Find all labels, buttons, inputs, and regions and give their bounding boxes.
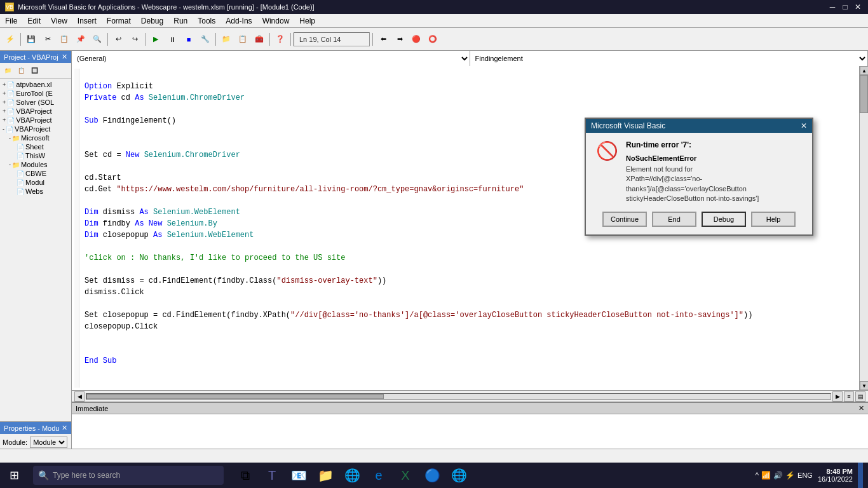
outlook-icon: 📧: [291, 468, 307, 483]
menu-tools[interactable]: Tools: [193, 15, 220, 27]
menu-edit[interactable]: Edit: [22, 15, 46, 27]
tree-item-microsoft[interactable]: - 📁 Microsoft: [1, 133, 70, 142]
menu-file[interactable]: File: [0, 15, 22, 27]
taskbar-teams[interactable]: T: [261, 464, 283, 487]
toolbar-project[interactable]: 📁: [219, 32, 234, 47]
taskbar-outlook[interactable]: 📧: [287, 464, 310, 487]
scroll-left-button[interactable]: ◀: [74, 391, 85, 402]
right-scrollbar[interactable]: ▲ ▼: [859, 66, 868, 390]
menu-run[interactable]: Run: [168, 15, 193, 27]
menu-bar: File Edit View Insert Format Debug Run T…: [0, 14, 868, 28]
tree-item-sheet[interactable]: 📄 Sheet: [1, 142, 70, 151]
immediate-close-button[interactable]: ✕: [858, 404, 864, 412]
dialog-help-button[interactable]: Help: [751, 212, 796, 227]
maximize-button[interactable]: □: [840, 3, 850, 11]
dialog-continue-button[interactable]: Continue: [602, 212, 647, 227]
module-select[interactable]: Module: [30, 437, 67, 448]
toolbar-undo[interactable]: ↩: [111, 32, 126, 47]
tree-item-atpvbaen[interactable]: + 📄 atpvbaen.xl: [1, 80, 70, 89]
taskbar-chrome[interactable]: 🌐: [341, 464, 363, 487]
dialog-text-area: Run-time error '7': NoSuchElementError E…: [626, 140, 802, 204]
tray-language[interactable]: ENG: [797, 471, 813, 479]
taskbar-files[interactable]: 📁: [314, 464, 337, 487]
dialog-debug-button[interactable]: Debug: [702, 212, 746, 227]
scroll-thumb-vertical[interactable]: [860, 75, 868, 113]
toolbar-copy[interactable]: 📋: [57, 32, 72, 47]
toolbar-design[interactable]: 🔧: [198, 32, 213, 47]
tree-item-vbaproject3[interactable]: - 📄 VBAProject: [1, 125, 70, 133]
tree-item-thiswb[interactable]: 📄 ThisW: [1, 151, 70, 160]
error-desc: Element not found for XPath=//div[@class…: [626, 165, 802, 204]
code-line-endsub: End Sub: [85, 356, 851, 367]
toolbar-help-btn[interactable]: ❓: [273, 32, 288, 47]
taskbar-search-box[interactable]: 🔍 Type here to search: [33, 466, 224, 485]
scroll-right-button[interactable]: ▶: [832, 391, 843, 402]
tree-item-vbaproject1[interactable]: + 📄 VBAProject: [1, 107, 70, 116]
scroll-track-vertical[interactable]: [860, 75, 868, 381]
code-dropdown-left[interactable]: (General): [72, 51, 470, 66]
windows-icon: ⊞: [10, 468, 19, 482]
toolbar-breakpoint[interactable]: 🔴: [409, 32, 424, 47]
show-desktop-button[interactable]: [858, 463, 863, 488]
toolbar-stop[interactable]: ■: [181, 32, 196, 47]
start-button[interactable]: ⊞: [0, 463, 28, 488]
taskbar-clock[interactable]: 8:48 PM 16/10/2022: [818, 468, 853, 483]
tree-item-modules[interactable]: - 📁 Modules: [1, 160, 70, 169]
taskbar-app-unknown[interactable]: 🔵: [421, 464, 444, 487]
menu-addins[interactable]: Add-Ins: [220, 15, 257, 27]
menu-view[interactable]: View: [46, 15, 72, 27]
proj-icon-3[interactable]: 🔲: [28, 64, 41, 77]
menu-help[interactable]: Help: [294, 15, 320, 27]
title-bar-controls[interactable]: ─ □ ✕: [827, 3, 863, 11]
tree-item-cbwe[interactable]: 📄 CBWE: [1, 169, 70, 178]
tree-item-module[interactable]: 📄 Modul: [1, 178, 70, 187]
toolbar-outdent[interactable]: ➡: [392, 32, 407, 47]
toolbar-redo[interactable]: ↪: [127, 32, 142, 47]
code-dropdown-right[interactable]: Findingelement: [470, 51, 869, 66]
menu-format[interactable]: Format: [102, 15, 136, 27]
tree-item-webs[interactable]: 📄 Webs: [1, 187, 70, 196]
view-toggle-2[interactable]: ▤: [855, 391, 865, 402]
toolbar-run[interactable]: ▶: [148, 32, 163, 47]
taskbar-excel[interactable]: X: [394, 464, 417, 487]
code-line-empty8: [85, 299, 851, 310]
toolbar-indent[interactable]: ⬅: [376, 32, 391, 47]
proj-icon-2[interactable]: 📋: [15, 64, 27, 77]
minimize-button[interactable]: ─: [827, 3, 837, 11]
menu-window[interactable]: Window: [257, 15, 295, 27]
horizontal-scrollbar[interactable]: [86, 393, 831, 400]
project-close-button[interactable]: ✕: [62, 53, 67, 61]
toolbar-find[interactable]: 🔍: [90, 32, 105, 47]
toolbar-cut[interactable]: ✂: [40, 32, 55, 47]
toolbar-clear-breakpoint[interactable]: ⭕: [425, 32, 440, 47]
toolbar-pause[interactable]: ⏸: [165, 32, 180, 47]
tree-item-solver[interactable]: + 📄 Solver (SOL: [1, 98, 70, 107]
tray-chevron-icon[interactable]: ^: [755, 471, 759, 480]
taskbar-task-view[interactable]: ⧉: [234, 464, 257, 487]
taskbar-browser-2[interactable]: 🌐: [447, 464, 470, 487]
scroll-thumb-horizontal[interactable]: [86, 394, 384, 399]
dialog-close-icon[interactable]: ✕: [801, 121, 807, 130]
tree-item-eurotool[interactable]: + 📄 EuroTool (E: [1, 89, 70, 98]
proj-icon-1[interactable]: 📁: [1, 64, 14, 77]
main-layout: Project - VBAProj ✕ 📁 📋 🔲 + 📄 atpvbaen.x…: [0, 51, 868, 471]
scroll-up-button[interactable]: ▲: [860, 66, 868, 75]
dialog-end-button[interactable]: End: [652, 212, 696, 227]
close-button[interactable]: ✕: [853, 3, 863, 11]
toolbar-vba-icon[interactable]: ⚡: [3, 32, 18, 47]
toolbar-save[interactable]: 💾: [24, 32, 39, 47]
toolbar-toolbox[interactable]: 🧰: [252, 32, 267, 47]
properties-close-button[interactable]: ✕: [62, 424, 67, 432]
code-line-empty6: [85, 241, 851, 253]
taskbar-edge[interactable]: e: [367, 464, 390, 487]
menu-insert[interactable]: Insert: [72, 15, 102, 27]
tray-battery-icon[interactable]: ⚡: [785, 471, 795, 480]
menu-debug[interactable]: Debug: [136, 15, 168, 27]
toolbar-properties[interactable]: 📋: [235, 32, 250, 47]
scroll-down-button[interactable]: ▼: [860, 381, 868, 390]
toolbar-paste[interactable]: 📌: [73, 32, 88, 47]
view-toggle-1[interactable]: ≡: [844, 391, 854, 402]
tray-volume-icon[interactable]: 🔊: [773, 471, 783, 480]
tree-item-vbaproject2[interactable]: + 📄 VBAProject: [1, 116, 70, 125]
tray-network-icon[interactable]: 📶: [761, 471, 771, 480]
